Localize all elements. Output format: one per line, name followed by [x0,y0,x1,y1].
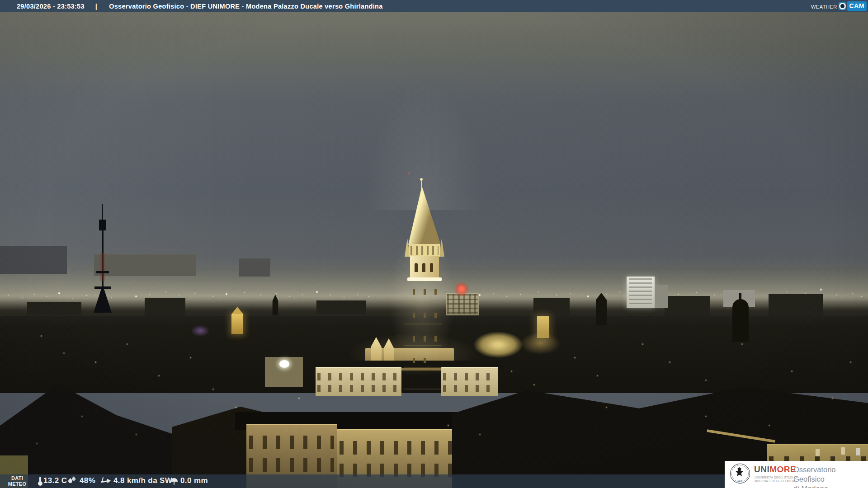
unimore-uni-text: UNI [754,465,769,474]
unimore-wordmark: UNIMORE [754,465,796,474]
header-bar: 29/03/2026 - 23:53:53 | Osservatorio Geo… [0,0,868,12]
white-apartment-towers [627,277,655,308]
unimore-more-text: MORE [769,465,796,474]
roof-silhouette [316,300,366,314]
wind-value: 4.8 km/h da SW [113,476,172,485]
palazzo-ducale-facade [316,367,401,396]
antenna-top-box [99,220,106,230]
unimore-seal-icon: 1175 [730,464,750,483]
roof-silhouette [27,302,81,315]
lit-rose-window [279,360,289,368]
unimore-badge[interactable]: 1175 UNIMORE UNIVERSITÀ DEGLI STUDI DI M… [725,461,868,488]
distant-building [239,258,270,277]
ghirlandina-gallery [409,244,440,257]
dati-meteo-label: DATI METEO [5,475,29,487]
red-beacon-dot [408,172,410,174]
lit-windows [841,447,845,455]
roof-silhouette [769,294,823,316]
antenna-mid-section [100,253,105,281]
palazzo-ducale-facade [441,367,498,396]
timestamp: 29/03/2026 - 23:53:53 [17,3,85,10]
floodlit-trees [474,332,523,358]
roof-silhouette [533,298,570,316]
observatory-name: Osservatorio Geofisico di Modena [793,465,868,488]
temperature-value: 13.2 C [43,476,67,485]
humidity-value: 48% [80,476,95,485]
purple-roof-light [191,325,210,337]
light-pollution-beam [353,16,497,210]
roof-silhouette [145,298,185,316]
antenna-platform [94,286,111,289]
distant-buildings-left [0,246,67,274]
ghirlandina-cornice [407,277,442,281]
rain-umbrella-icon [169,476,179,486]
weathercam-word: Weather [811,2,837,10]
roof-silhouette [665,296,710,316]
belfry-arch-window [415,263,418,272]
distant-building-row [94,254,196,276]
lit-bell-tower [231,314,243,334]
weathercam-logo[interactable]: Weather CAM [811,1,867,11]
tower-window-slits [413,289,415,295]
belfry-arch-window [430,263,433,272]
wind-vane-icon [100,476,110,486]
ghirlandina-shaft [404,281,442,397]
apartment-block [655,285,668,308]
foreground-rooftops-left [0,384,194,488]
warm-light-cluster [520,332,561,355]
webcam-frame: 29/03/2026 - 23:53:53 | Osservatorio Geo… [0,0,868,488]
camera-lens-icon [839,2,846,10]
rain-value: 0.0 mm [180,476,208,485]
seal-year: 1175 [731,479,750,482]
antenna-platform [96,271,109,273]
weathercam-cam-badge: CAM [847,1,867,11]
church-dome-silhouette [732,299,749,342]
university-subtitle: UNIVERSITÀ DEGLI STUDI DI MODENA E REGGI… [755,476,797,483]
humidity-drops-icon [67,476,77,486]
camera-title: Osservatorio Geofisico - DIEF UNIMORE - … [109,3,382,10]
separator: | [95,3,97,10]
belfry-arch-window [422,263,425,272]
